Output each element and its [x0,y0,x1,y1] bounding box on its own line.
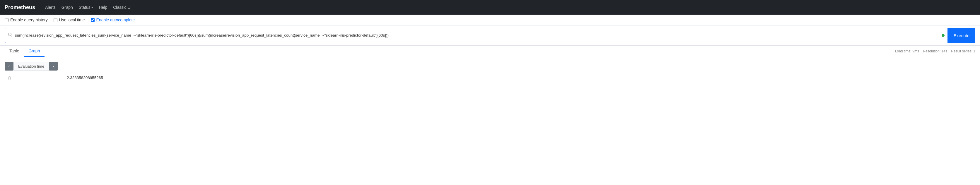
table-row: {} 2.328358208955265 [5,73,975,82]
eval-time-label: Evaluation time [13,62,49,71]
use-local-time-label: Use local time [59,17,85,22]
options-bar: Enable query history Use local time Enab… [0,15,980,25]
tab-table[interactable]: Table [5,46,24,57]
use-local-time-group[interactable]: Use local time [54,17,85,22]
enable-query-history-label: Enable query history [10,17,48,22]
tab-graph[interactable]: Graph [24,46,45,57]
resolution: Resolution: 14s [923,49,947,53]
use-local-time-checkbox[interactable] [54,18,57,22]
classic-ui-link[interactable]: Classic UI [110,5,134,9]
enable-autocomplete-group[interactable]: Enable autocomplete [91,17,135,22]
brand-logo[interactable]: Prometheus [5,5,35,11]
query-input-wrapper[interactable]: sum(increase(revision_app_request_latenc… [5,28,948,43]
enable-query-history-group[interactable]: Enable query history [5,17,48,22]
load-time: Load time: 9ms [895,49,919,53]
tabs-area: Table Graph Load time: 9ms Resolution: 1… [0,46,980,57]
execute-button[interactable]: Execute [948,28,975,43]
svg-line-1 [11,36,12,37]
table-cell-key: {} [5,73,63,82]
result-series: Result series: 1 [951,49,975,53]
enable-autocomplete-label: Enable autocomplete [96,17,135,22]
enable-query-history-checkbox[interactable] [5,18,8,22]
navbar: Prometheus Alerts Graph Status ▾ Help Cl… [0,0,980,15]
query-input[interactable]: sum(increase(revision_app_request_latenc… [15,33,939,38]
query-area: sum(increase(revision_app_request_latenc… [0,25,980,46]
autocomplete-status-dot [942,34,945,37]
table-cell-value: 2.328358208955265 [63,73,975,82]
pagination-row: ‹ Evaluation time › [5,62,975,71]
data-table: {} 2.328358208955265 [5,73,975,82]
graph-link[interactable]: Graph [59,5,76,9]
enable-autocomplete-checkbox[interactable] [91,18,95,22]
alerts-link[interactable]: Alerts [42,5,59,9]
search-icon [8,33,13,38]
tabs-meta: Load time: 9ms Resolution: 14s Result se… [895,49,975,53]
status-label: Status [79,5,91,9]
status-caret-icon: ▾ [91,6,93,9]
prev-page-button[interactable]: ‹ [5,62,13,71]
help-link[interactable]: Help [96,5,110,9]
tabs-left: Table Graph [5,46,45,57]
next-page-button[interactable]: › [49,62,58,71]
table-area: ‹ Evaluation time › {} 2.328358208955265 [0,57,980,85]
status-dropdown[interactable]: Status ▾ [76,5,96,9]
